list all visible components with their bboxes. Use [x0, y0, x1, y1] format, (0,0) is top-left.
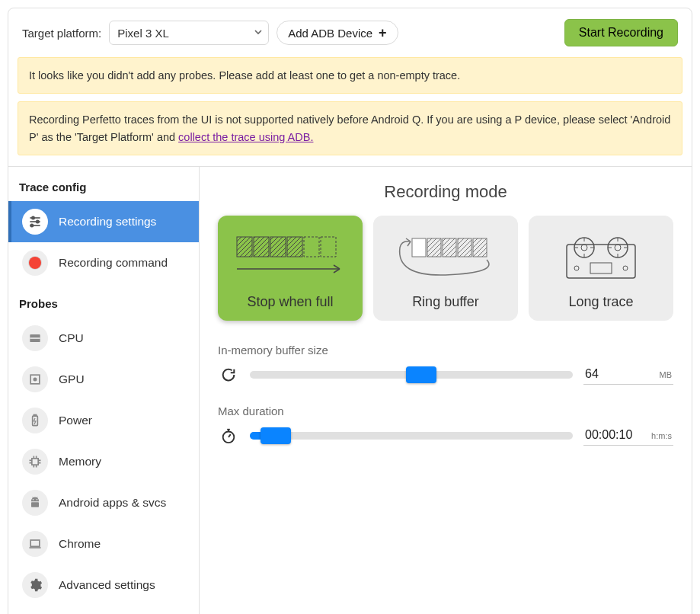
- gpu-icon: [22, 366, 48, 392]
- sidebar-item-advanced[interactable]: Advanced settings: [8, 564, 199, 606]
- buffer-size-value-field[interactable]: 64 MB: [583, 364, 673, 385]
- reset-icon[interactable]: [218, 366, 239, 383]
- svg-point-54: [574, 266, 579, 270]
- body: Trace config Recording settings Recordin…: [8, 166, 692, 614]
- buffer-size-slider[interactable]: [250, 371, 573, 379]
- sidebar-item-label: GPU: [59, 373, 85, 386]
- max-duration-group: Max duration 00:00:10 h:m:s: [218, 405, 673, 446]
- sidebar-heading-probes: Probes: [8, 283, 199, 318]
- start-recording-button[interactable]: Start Recording: [564, 19, 678, 46]
- svg-point-42: [581, 245, 587, 251]
- target-platform-select-wrap: Pixel 3 XL: [109, 21, 269, 45]
- battery-icon: [22, 408, 48, 433]
- svg-rect-31: [287, 237, 302, 257]
- sidebar-item-gpu[interactable]: GPU: [8, 359, 199, 400]
- svg-point-4: [37, 221, 39, 223]
- stopwatch-icon: [218, 427, 239, 444]
- slider-thumb[interactable]: [261, 427, 291, 444]
- sliders-icon: [22, 209, 48, 235]
- svg-point-48: [615, 245, 621, 251]
- svg-rect-38: [458, 238, 471, 257]
- svg-rect-12: [32, 459, 38, 465]
- svg-rect-7: [30, 338, 40, 340]
- svg-point-5: [30, 225, 33, 227]
- svg-point-21: [33, 499, 34, 500]
- svg-rect-11: [34, 415, 36, 417]
- svg-point-56: [223, 431, 235, 443]
- no-probes-warning-banner: It looks like you didn't add any probes.…: [18, 57, 682, 94]
- ring-buffer-illustration: [381, 226, 510, 288]
- recording-mode-title: Recording mode: [218, 182, 673, 202]
- mode-long-trace[interactable]: Long trace: [529, 216, 673, 321]
- sidebar-item-cpu[interactable]: CPU: [8, 318, 199, 359]
- buffer-size-group: In-memory buffer size 64 MB: [218, 344, 673, 385]
- recording-mode-cards: Stop when full: [218, 216, 673, 321]
- max-duration-value-field[interactable]: 00:00:10 h:m:s: [583, 425, 673, 446]
- svg-line-57: [229, 434, 231, 437]
- sidebar-item-label: Memory: [59, 455, 101, 468]
- mode-label: Ring buffer: [412, 294, 479, 310]
- buffer-size-value: 64: [585, 367, 599, 381]
- max-duration-label: Max duration: [218, 405, 673, 417]
- sidebar-item-label: Recording settings: [59, 215, 156, 229]
- svg-point-55: [623, 266, 628, 270]
- recording-config-panel: Target platform: Pixel 3 XL Add ADB Devi…: [8, 8, 692, 614]
- main-pane: Recording mode: [200, 167, 692, 614]
- sidebar-item-label: Chrome: [59, 537, 101, 551]
- mode-label: Stop when full: [247, 294, 333, 310]
- svg-rect-39: [473, 238, 487, 257]
- max-duration-unit: h:m:s: [651, 431, 672, 440]
- buffer-size-unit: MB: [660, 370, 673, 379]
- laptop-icon: [22, 531, 48, 557]
- svg-rect-23: [31, 503, 39, 508]
- add-adb-device-label: Add ADB Device: [288, 27, 372, 40]
- android-icon: [22, 490, 48, 516]
- svg-point-22: [37, 499, 38, 500]
- buffer-size-label: In-memory buffer size: [218, 344, 673, 357]
- sidebar-heading-trace-config: Trace config: [8, 167, 199, 201]
- record-icon: [22, 250, 48, 276]
- svg-rect-53: [590, 263, 612, 273]
- plus-icon: +: [379, 26, 387, 40]
- svg-rect-26: [30, 540, 40, 546]
- svg-rect-36: [427, 238, 441, 257]
- svg-rect-40: [567, 245, 635, 278]
- svg-rect-37: [443, 238, 456, 257]
- sidebar-item-recording-command[interactable]: Recording command: [8, 242, 199, 283]
- gear-icon: [22, 572, 48, 598]
- sidebar-item-label: Android apps & svcs: [59, 496, 166, 510]
- memory-icon: [22, 449, 48, 475]
- sidebar-item-chrome[interactable]: Chrome: [8, 523, 199, 564]
- stop-when-full-illustration: [225, 226, 355, 288]
- svg-point-9: [34, 379, 36, 381]
- collect-trace-adb-link[interactable]: collect the trace using ADB.: [178, 131, 313, 143]
- buffer-size-row: 64 MB: [218, 364, 673, 385]
- banner-area: It looks like you didn't add any probes.…: [8, 57, 692, 166]
- sidebar-item-label: Power: [59, 414, 92, 427]
- svg-rect-35: [412, 238, 426, 257]
- sidebar-item-label: CPU: [59, 331, 84, 345]
- svg-rect-32: [304, 237, 319, 257]
- sidebar-item-android-apps[interactable]: Android apps & svcs: [8, 482, 199, 523]
- sidebar: Trace config Recording settings Recordin…: [8, 167, 200, 614]
- mode-ring-buffer[interactable]: Ring buffer: [373, 216, 518, 321]
- max-duration-value: 00:00:10: [585, 428, 632, 442]
- add-adb-device-button[interactable]: Add ADB Device +: [276, 21, 398, 45]
- svg-rect-29: [254, 237, 269, 257]
- mode-stop-when-full[interactable]: Stop when full: [218, 216, 363, 321]
- max-duration-row: 00:00:10 h:m:s: [218, 425, 673, 446]
- sidebar-item-recording-settings[interactable]: Recording settings: [8, 201, 199, 242]
- sidebar-item-memory[interactable]: Memory: [8, 441, 199, 482]
- sidebar-item-label: Advanced settings: [59, 578, 155, 592]
- long-trace-illustration: [536, 226, 666, 288]
- target-platform-select[interactable]: Pixel 3 XL: [109, 21, 269, 45]
- svg-rect-33: [321, 237, 336, 257]
- legacy-android-warning-banner: Recording Perfetto traces from the UI is…: [18, 101, 682, 155]
- slider-thumb[interactable]: [406, 366, 436, 383]
- max-duration-slider[interactable]: [250, 432, 573, 440]
- target-platform-label: Target platform:: [22, 27, 101, 40]
- sidebar-item-power[interactable]: Power: [8, 400, 199, 441]
- sidebar-item-label: Recording command: [59, 256, 168, 270]
- svg-rect-28: [237, 237, 252, 257]
- svg-point-3: [32, 217, 34, 219]
